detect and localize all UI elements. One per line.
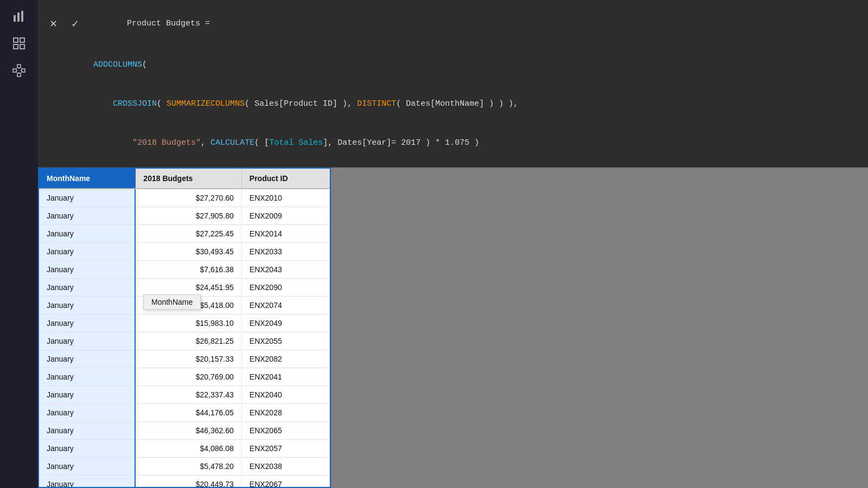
cell-month: January [39, 332, 135, 350]
cell-budget: $27,225.45 [135, 225, 241, 243]
cell-product: ENX2038 [241, 458, 329, 476]
table-row: January$20,449.73ENX2067 [39, 476, 330, 487]
table-row: January$44,176.05ENX2028 [39, 404, 330, 422]
table-row: January$46,362.60ENX2065 [39, 422, 330, 440]
table-row: January$20,769.00ENX2041 [39, 368, 330, 386]
bar-chart-icon[interactable] [8, 5, 30, 27]
cell-product: ENX2040 [241, 386, 329, 404]
cell-product: ENX2082 [241, 350, 329, 368]
table-row: January$7,616.38ENX2043 [39, 261, 330, 279]
cell-product: ENX2033 [241, 243, 329, 261]
svg-rect-10 [22, 69, 25, 72]
cell-month: January [39, 386, 135, 404]
cell-product: ENX2067 [241, 476, 329, 487]
formula-bar: ✕ ✓ Product Budgets = ADDCOLUMNS( CROSSJ… [38, 0, 868, 168]
cell-budget: $7,616.38 [135, 261, 241, 279]
cell-product: ENX2014 [241, 225, 329, 243]
table-row: January$27,225.45ENX2014 [39, 225, 330, 243]
cell-budget: $5,478.20 [135, 458, 241, 476]
cell-month: January [39, 404, 135, 422]
svg-rect-8 [17, 65, 21, 68]
cell-budget: $27,270.60 [135, 189, 241, 207]
formula-line3: CROSSJOIN( SUMMARIZECOLUMNS( Sales[Produ… [44, 85, 861, 124]
table-row: January$22,337.43ENX2040 [39, 386, 330, 404]
cell-product: ENX2043 [241, 261, 329, 279]
cell-product: ENX2065 [241, 422, 329, 440]
cell-budget: $46,362.60 [135, 422, 241, 440]
cancel-button[interactable]: ✕ [44, 15, 62, 33]
formula-toolbar: ✕ ✓ Product Budgets = [44, 4, 861, 43]
cell-budget: $44,176.05 [135, 404, 241, 422]
cell-product: ENX2009 [241, 207, 329, 225]
svg-rect-5 [14, 44, 18, 49]
cell-budget: $22,337.43 [135, 386, 241, 404]
formula-text: Product Budgets = [88, 4, 215, 43]
cell-product: ENX2010 [241, 189, 329, 207]
diagram-icon[interactable] [8, 60, 30, 81]
col-header-productid[interactable]: Product ID [241, 169, 329, 189]
cell-budget: $20,769.00 [135, 368, 241, 386]
data-table-panel: MonthName 2018 Budgets Product ID Januar… [38, 168, 331, 488]
cell-month: January [39, 243, 135, 261]
table-container: MonthName 2018 Budgets Product ID Januar… [39, 169, 330, 487]
cell-month: January [39, 422, 135, 440]
cell-product: ENX2090 [241, 279, 329, 297]
cell-product: ENX2055 [241, 332, 329, 350]
svg-rect-6 [20, 44, 24, 49]
cell-month: January [39, 261, 135, 279]
cell-month: January [39, 225, 135, 243]
data-table: MonthName 2018 Budgets Product ID Januar… [39, 169, 330, 487]
cell-product: ENX2049 [241, 314, 329, 332]
cell-budget: $20,449.73 [135, 476, 241, 487]
gray-background [331, 168, 868, 488]
svg-rect-0 [14, 15, 16, 22]
grid-icon[interactable] [8, 33, 30, 54]
table-row: January$20,157.33ENX2082 [39, 350, 330, 368]
cell-budget: $24,451.95 [135, 279, 241, 297]
cell-month: January [39, 368, 135, 386]
cell-budget: $20,157.33 [135, 350, 241, 368]
cell-budget: $26,821.25 [135, 332, 241, 350]
sidebar [0, 0, 38, 488]
cell-month: January [39, 440, 135, 458]
cell-month: January [39, 207, 135, 225]
table-row: January$4,086.08ENX2057 [39, 440, 330, 458]
table-row: January$27,270.60ENX2010 [39, 189, 330, 207]
cell-month: January [39, 476, 135, 487]
table-row: January$5,418.00ENX2074 [39, 297, 330, 314]
cell-month: January [39, 314, 135, 332]
confirm-button[interactable]: ✓ [66, 15, 84, 33]
cell-month: January [39, 279, 135, 297]
cell-month: January [39, 350, 135, 368]
svg-rect-3 [14, 38, 18, 42]
table-row: January$26,821.25ENX2055 [39, 332, 330, 350]
formula-line4: "2018 Budgets", CALCULATE( [Total Sales]… [44, 124, 861, 163]
table-row: January$27,905.80ENX2009 [39, 207, 330, 225]
col-header-monthname[interactable]: MonthName [39, 169, 135, 189]
svg-rect-2 [21, 11, 23, 22]
svg-rect-7 [13, 69, 16, 72]
svg-rect-9 [17, 73, 21, 76]
table-row: January$5,478.20ENX2038 [39, 458, 330, 476]
content-panel: MonthName 2018 Budgets Product ID Januar… [38, 168, 868, 488]
col-header-budget[interactable]: 2018 Budgets [135, 169, 241, 189]
cell-budget: $5,418.00 [135, 297, 241, 314]
table-header-row: MonthName 2018 Budgets Product ID [39, 169, 330, 189]
cell-budget: $15,983.10 [135, 314, 241, 332]
formula-line2: ADDCOLUMNS( [44, 46, 861, 85]
table-row: January$15,983.10ENX2049 [39, 314, 330, 332]
cell-product: ENX2057 [241, 440, 329, 458]
cell-month: January [39, 297, 135, 314]
cell-month: January [39, 189, 135, 207]
cell-budget: $30,493.45 [135, 243, 241, 261]
table-row: January$24,451.95ENX2090 [39, 279, 330, 297]
cell-budget: $4,086.08 [135, 440, 241, 458]
svg-rect-1 [17, 12, 20, 22]
table-row: January$30,493.45ENX2033 [39, 243, 330, 261]
cell-product: ENX2028 [241, 404, 329, 422]
cell-budget: $27,905.80 [135, 207, 241, 225]
cell-product: ENX2074 [241, 297, 329, 314]
main-panel: ✕ ✓ Product Budgets = ADDCOLUMNS( CROSSJ… [38, 0, 868, 488]
cell-product: ENX2041 [241, 368, 329, 386]
cell-month: January [39, 458, 135, 476]
